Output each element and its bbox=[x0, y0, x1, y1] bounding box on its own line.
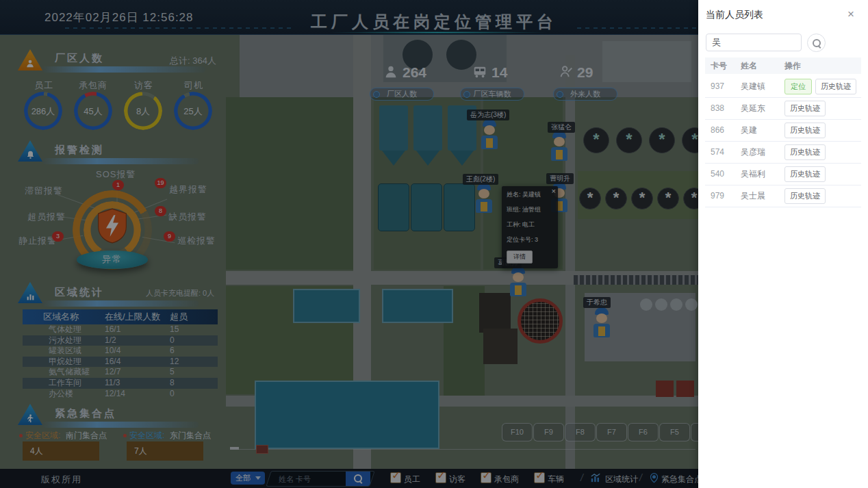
map-zoom-slider-handle[interactable] bbox=[256, 445, 268, 454]
region-section-icon bbox=[18, 282, 42, 303]
region-row: 氨气储藏罐12/75 bbox=[23, 367, 218, 378]
panel-title: 当前人员列表 bbox=[706, 9, 763, 21]
fan-icon: * bbox=[579, 188, 601, 209]
map-hopper-funnel bbox=[450, 151, 474, 166]
filter-all-dropdown[interactable]: 全部 bbox=[231, 472, 265, 485]
stat-vehicles-value: 14 bbox=[492, 64, 507, 81]
map-sphere-tank bbox=[685, 298, 698, 311]
personnel-search-button[interactable] bbox=[807, 34, 826, 52]
footer-search-placeholder: 姓名 卡号 bbox=[279, 474, 311, 485]
history-track-button[interactable]: 历史轨迹 bbox=[784, 101, 826, 116]
worker-marker[interactable] bbox=[508, 266, 528, 298]
emergency-section-icon bbox=[18, 404, 42, 425]
locate-button[interactable]: 定位 bbox=[784, 79, 812, 94]
stat-vehicles bbox=[472, 64, 487, 82]
floor-button-f7[interactable]: F7 bbox=[596, 423, 627, 441]
map-hopper bbox=[413, 105, 442, 151]
alarm-center-label: 异常 bbox=[77, 253, 148, 266]
section-divider bbox=[42, 300, 199, 307]
popup-card: 定位卡号: 3 bbox=[507, 235, 554, 244]
map-zoom-slider[interactable] bbox=[233, 449, 695, 450]
popup-close-icon[interactable]: × bbox=[552, 187, 556, 195]
personnel-row: 979吴士晨 历史轨迹 bbox=[705, 185, 861, 207]
section-divider bbox=[42, 158, 199, 164]
fan-icon: * bbox=[649, 127, 675, 153]
bar-chart-icon[interactable] bbox=[590, 473, 601, 486]
map-plant-block bbox=[602, 41, 691, 82]
floor-button-f10[interactable]: F10 bbox=[502, 423, 533, 441]
section-title-emergency: 紧急集合点 bbox=[55, 407, 116, 420]
page-title: 工厂人员在岗定位管理平台 bbox=[297, 11, 571, 33]
search-icon bbox=[813, 39, 821, 47]
toolbar-separator: / bbox=[580, 472, 583, 483]
map-tank bbox=[444, 183, 475, 231]
footer-search-button[interactable] bbox=[346, 472, 370, 486]
map-red-shed bbox=[676, 381, 694, 397]
worker-marker[interactable] bbox=[474, 183, 494, 214]
fan-icon: * bbox=[583, 127, 609, 153]
stat-area-people-label: 厂区人数 bbox=[370, 88, 434, 101]
floor-button-f9[interactable]: F9 bbox=[533, 423, 564, 441]
floor-button-f5[interactable]: F5 bbox=[659, 423, 690, 441]
popup-detail-button[interactable]: 详情 bbox=[507, 251, 533, 264]
stat-outsiders-value: 29 bbox=[577, 64, 593, 81]
map-hopper bbox=[379, 105, 408, 151]
map-railway bbox=[574, 275, 698, 285]
map-building bbox=[479, 293, 511, 333]
panel-close-icon[interactable]: × bbox=[847, 8, 854, 21]
fan-icon: * bbox=[616, 127, 642, 153]
toggle-contractor-checkbox[interactable] bbox=[481, 472, 492, 483]
donut-label-contractor: 承包商 bbox=[79, 79, 107, 92]
map-manhole-grate bbox=[518, 298, 563, 344]
alarm-label-understaff: 缺员报警 bbox=[168, 211, 207, 223]
toggle-visitor-label: 访客 bbox=[449, 474, 465, 485]
worker-name-tag: 张猛仑 bbox=[548, 122, 575, 133]
person-info-popup: × 姓名: 吴建镇 班组: 油管组 工种: 电工 定位卡号: 3 详情 bbox=[502, 186, 558, 268]
assembly-dot bbox=[123, 434, 127, 437]
toggle-employee-checkbox[interactable] bbox=[390, 472, 401, 483]
donut-visitor: 8人 bbox=[124, 92, 162, 130]
map-sphere-tank bbox=[655, 298, 667, 311]
section-title-region: 区域统计 bbox=[55, 286, 104, 299]
personnel-search-input[interactable] bbox=[706, 34, 802, 51]
fan-icon: * bbox=[657, 188, 679, 209]
worker-marker[interactable] bbox=[479, 119, 500, 151]
worker-marker[interactable] bbox=[549, 131, 570, 162]
history-track-button[interactable]: 历史轨迹 bbox=[784, 188, 826, 204]
history-track-button[interactable]: 历史轨迹 bbox=[784, 123, 826, 138]
map-hopper-funnel bbox=[382, 151, 405, 166]
worker-name-tag: 曹明升 bbox=[546, 173, 574, 184]
personnel-row: 866吴建 历史轨迹 bbox=[705, 119, 861, 142]
footer-link-emergency[interactable]: 紧急集合点 bbox=[661, 474, 702, 485]
history-track-button[interactable]: 历史轨迹 bbox=[784, 144, 826, 160]
popup-name: 姓名: 吴建镇 bbox=[507, 190, 554, 199]
toggle-visitor-checkbox[interactable] bbox=[435, 472, 446, 483]
header-glow-decoration bbox=[329, 31, 548, 34]
floor-button-f8[interactable]: F8 bbox=[565, 423, 596, 441]
alarm-shield-icon bbox=[97, 208, 128, 246]
map-road bbox=[565, 55, 575, 469]
donut-employee: 286人 bbox=[24, 92, 62, 130]
assembly-count-east: 7人 bbox=[127, 441, 203, 461]
person-icon bbox=[383, 64, 398, 79]
alarm-badge-understaff: 8 bbox=[155, 206, 166, 216]
worker-marker[interactable] bbox=[591, 307, 612, 339]
donut-label-visitor: 访客 bbox=[134, 79, 153, 92]
alarm-section-icon bbox=[18, 140, 42, 162]
history-track-button[interactable]: 历史轨迹 bbox=[815, 79, 856, 94]
section-title-alarm: 报警检测 bbox=[55, 144, 104, 157]
footer-search-box[interactable]: 姓名 卡号 bbox=[266, 471, 374, 487]
map-zoom-slider-tick bbox=[230, 447, 239, 450]
footer-link-region-stats[interactable]: 区域统计 bbox=[605, 474, 638, 485]
left-sidebar: 厂区人数 总计: 364人 员工 承包商 访客 司机 286人 45人 8人 2… bbox=[0, 34, 226, 469]
location-pin-icon[interactable] bbox=[649, 472, 659, 487]
map-sphere-tank bbox=[670, 298, 682, 311]
floor-button-f6[interactable]: F6 bbox=[628, 423, 659, 441]
history-track-button[interactable]: 历史轨迹 bbox=[784, 166, 826, 182]
map-pool bbox=[382, 289, 453, 323]
toggle-vehicle-checkbox[interactable] bbox=[534, 472, 545, 483]
donut-contractor: 45人 bbox=[74, 92, 112, 130]
map-grass bbox=[226, 97, 353, 270]
region-row: 气体处理16/115 bbox=[23, 324, 218, 335]
region-row: 污水处理1/20 bbox=[23, 335, 218, 346]
